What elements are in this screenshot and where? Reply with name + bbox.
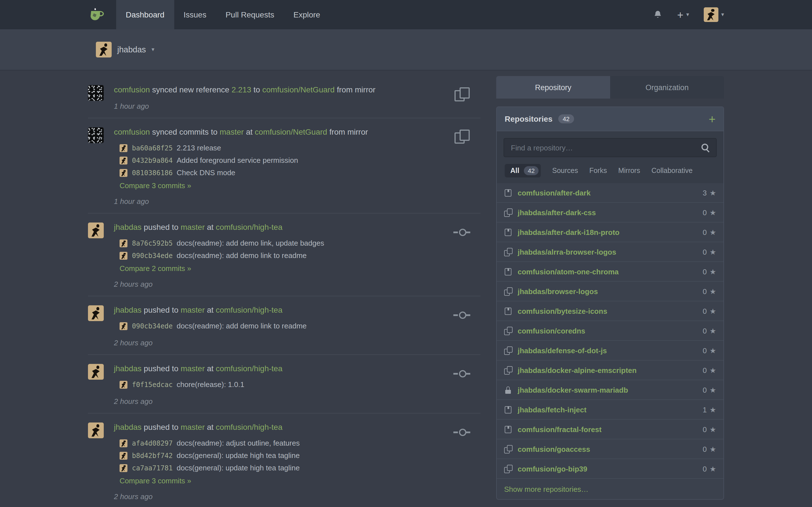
star-icon: ★ [710,327,716,335]
compare-commits-link[interactable]: Compare 2 commits » [119,264,191,273]
commit-sha-link[interactable]: f0f15edcac [132,379,173,390]
commit-message: docs(general): update high tea tagline [177,450,300,461]
repo-row: comfusion/goaccess 0★ [497,439,723,459]
commit-sha-link[interactable]: 090cb34ede [132,321,173,332]
repo-link[interactable]: comfusion/go-bip39 [518,464,587,473]
actor-avatar[interactable] [88,422,104,438]
actor-avatar[interactable] [88,85,104,101]
commit-sha-link[interactable]: ba60a68f25 [132,143,173,154]
repo-link[interactable]: jhabdas/docker-alpine-emscripten [518,366,637,374]
actor-avatar[interactable] [88,364,104,380]
repo-link[interactable]: comfusion/NetGuard [255,127,327,136]
actor-avatar[interactable] [88,223,104,238]
repo-link[interactable]: jhabdas/after-dark-i18n-proto [518,228,619,236]
actor-avatar[interactable] [88,305,104,321]
repo-link[interactable]: jhabdas/docker-swarm-mariadb [518,386,628,394]
repo-link[interactable]: comfusion/high-tea [216,223,283,231]
branch-link[interactable]: master [181,305,205,314]
commit-message: chore(release): 1.0.1 [177,379,245,390]
repo-search-input[interactable] [504,138,717,157]
repo-link[interactable]: jhabdas/defense-of-dot-js [518,346,607,355]
star-count: 0★ [703,208,716,217]
repo-link[interactable]: comfusion/after-dark [518,188,591,197]
repo-link[interactable]: comfusion/high-tea [216,305,283,314]
nav-item-dashboard[interactable]: Dashboard [116,0,174,29]
repo-link[interactable]: comfusion/fractal-forest [518,425,602,434]
feed-item: jhabdas pushed to master at comfusion/hi… [88,296,480,355]
repo-search [497,131,723,163]
compare-commits-link[interactable]: Compare 3 commits » [119,181,191,190]
star-icon: ★ [710,405,716,414]
filter-mirrors[interactable]: Mirrors [618,167,640,175]
commit-message: docs(readme): adjust outline, features [177,438,300,449]
repo-link[interactable]: jhabdas/after-dark-css [518,208,596,217]
filter-collaborative[interactable]: Collaborative [651,167,693,175]
nav-item-explore[interactable]: Explore [284,0,330,29]
repo-link[interactable]: jhabdas/browser-logos [518,287,598,295]
feed-title: comfusion synced commits to master at co… [114,126,447,137]
commit-list: ba60a68f25 2.213 release 0432b9a864 Adde… [119,143,447,190]
commit-sha-link[interactable]: 090cb34ede [132,250,173,262]
new-repository-plus-icon[interactable]: + [709,113,716,125]
repo-link[interactable]: comfusion/high-tea [216,422,283,432]
repo-link[interactable]: comfusion/high-tea [216,364,283,373]
context-switcher[interactable]: jhabdas ▾ [88,29,724,70]
filter-forks[interactable]: Forks [589,167,607,175]
commit-sha-link[interactable]: 8a76c592b5 [132,238,173,249]
ref-link[interactable]: 2.213 [232,85,251,94]
mirror-repo-icon [504,327,513,335]
chevron-down-icon: ▾ [686,12,689,17]
star-count: 0★ [703,386,716,394]
actor-link[interactable]: comfusion [114,127,150,136]
feed-timestamp: 2 hours ago [114,492,447,501]
commit-sha-link[interactable]: 0810386186 [132,167,173,179]
actor-link[interactable]: jhabdas [114,422,142,432]
commit-message: docs(readme): add demo link to readme [177,250,307,262]
tab-organization[interactable]: Organization [610,76,724,99]
filter-all[interactable]: All 42 [505,164,541,177]
repo-link[interactable]: comfusion/coredns [518,327,585,335]
context-username: jhabdas [117,45,146,54]
mirror-repo-icon [504,445,513,453]
repo-link[interactable]: comfusion/NetGuard [262,85,335,94]
repo-icon [504,228,513,236]
show-more-repositories-link[interactable]: Show more repositories… [497,478,723,499]
branch-link[interactable]: master [181,223,205,231]
feed-text: at [205,364,216,373]
gitea-logo-icon[interactable] [88,6,105,23]
star-icon: ★ [710,425,716,434]
repo-link[interactable]: comfusion/atom-one-chroma [518,267,619,276]
create-new-button[interactable]: + ▾ [677,9,689,20]
filter-sources[interactable]: Sources [552,167,578,175]
branch-link[interactable]: master [220,127,244,136]
nav-item-issues[interactable]: Issues [174,0,216,29]
feed-timestamp: 2 hours ago [114,339,447,347]
actor-link[interactable]: jhabdas [114,364,142,373]
commit-sha-link[interactable]: b8d42bf742 [132,450,173,461]
commit-sha-link[interactable]: 0432b9a864 [132,155,173,166]
actor-link[interactable]: jhabdas [114,305,142,314]
nav-item-pull-requests[interactable]: Pull Requests [216,0,284,29]
commit-sha-link[interactable]: afa4d08297 [132,438,173,449]
tab-repository[interactable]: Repository [496,76,610,99]
commit-avatar [119,144,128,152]
actor-link[interactable]: comfusion [114,85,150,94]
panel-title: Repositories [505,114,553,123]
mirror-repo-icon [504,464,513,473]
branch-link[interactable]: master [181,422,205,432]
compare-commits-link[interactable]: Compare 3 commits » [119,476,191,485]
user-menu-button[interactable]: ▾ [704,7,724,22]
branch-link[interactable]: master [181,364,205,373]
actor-avatar[interactable] [88,127,104,143]
star-number: 1 [703,405,707,414]
star-number: 0 [703,445,707,453]
commit-message: docs(general): update high tea tagline [177,462,300,474]
repo-link[interactable]: jhabdas/alrra-browser-logos [518,247,616,256]
repo-row: comfusion/fractal-forest 0★ [497,419,723,439]
actor-link[interactable]: jhabdas [114,223,142,231]
repo-link[interactable]: jhabdas/fetch-inject [518,405,587,414]
repo-link[interactable]: comfusion/goaccess [518,445,590,453]
repo-link[interactable]: comfusion/bytesize-icons [518,307,607,315]
commit-sha-link[interactable]: ca7aa71781 [132,462,173,474]
notifications-bell-icon[interactable] [653,10,663,19]
